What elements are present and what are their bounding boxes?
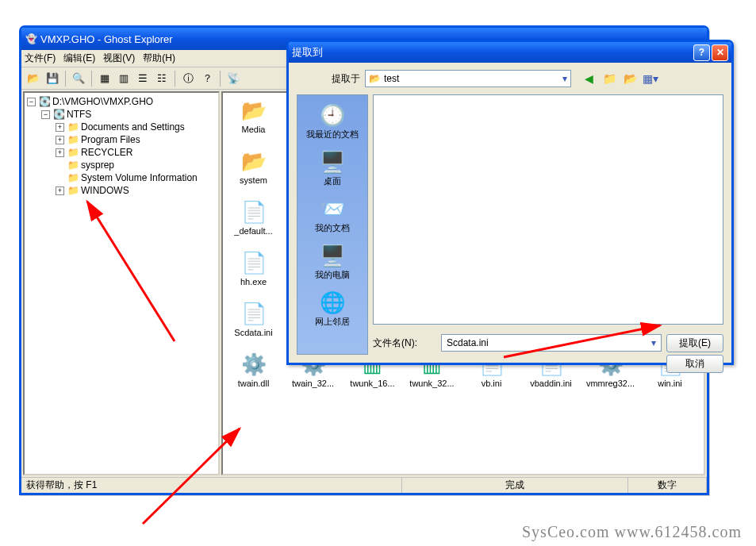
new-folder-icon[interactable]: 📂 [622, 71, 638, 87]
extract-button[interactable]: 提取(E) [666, 334, 723, 352]
lookin-label: 提取于 [297, 72, 360, 86]
toolbar-separator [220, 71, 221, 87]
dialog-title: 提取到 [292, 45, 323, 60]
up-icon[interactable]: 📁 [601, 71, 617, 87]
folder-icon [67, 172, 79, 183]
folder-icon [67, 185, 79, 196]
file-label: vmmreg32... [585, 379, 636, 388]
tree-toggle[interactable]: + [56, 148, 64, 157]
file-list-area[interactable] [373, 94, 723, 325]
gear-page-icon [241, 301, 267, 326]
tree-toggle[interactable]: − [27, 98, 36, 106]
file-item[interactable]: twain.dll [228, 352, 279, 388]
tree-ntfs[interactable]: NTFS [67, 109, 91, 120]
toolbar-separator [175, 71, 175, 87]
status-center: 完成 [402, 478, 628, 493]
folder-icon [369, 73, 381, 84]
file-label: win.ini [644, 379, 696, 388]
file-label: twunk_16... [347, 379, 398, 388]
dialog-help-button[interactable]: ? [693, 44, 710, 61]
page-icon [241, 250, 267, 275]
globe-icon [319, 289, 346, 316]
menu-file[interactable]: 文件(F) [25, 52, 56, 65]
tree-toggle[interactable]: − [41, 110, 50, 119]
tree-root[interactable]: D:\VMGHO\VMXP.GHO [52, 96, 153, 107]
toolbar-separator [65, 71, 66, 87]
tree-item[interactable]: System Volume Information [81, 172, 198, 183]
file-label: vbaddin.ini [525, 379, 577, 388]
tree-item[interactable]: Documents and Settings [81, 121, 185, 133]
folder-icon [67, 160, 79, 171]
file-label: twain.dll [228, 379, 279, 388]
dialog-titlebar[interactable]: 提取到 ? ✕ [289, 42, 731, 63]
disk-icon [38, 96, 51, 107]
places-item[interactable]: 我的电脑 [297, 242, 367, 281]
toolbar-separator [91, 71, 92, 87]
dll-icon [241, 352, 267, 377]
file-item[interactable]: _default... [228, 199, 279, 236]
open-icon[interactable]: 📂 [25, 70, 42, 87]
places-label: 桌面 [324, 175, 341, 187]
menu-help[interactable]: 帮助(H) [143, 52, 175, 65]
search-icon[interactable]: 🔍 [70, 70, 87, 87]
places-item[interactable]: 我的文档 [297, 195, 367, 234]
places-label: 网上邻居 [315, 316, 350, 328]
help-icon[interactable]: ？ [198, 70, 216, 87]
tree-panel[interactable]: − D:\VMGHO\VMXP.GHO − NTFS + Documents a… [23, 91, 220, 475]
statusbar: 获得帮助，按 F1 完成 数字 [21, 477, 707, 493]
file-label: system [228, 175, 279, 185]
antenna-icon[interactable]: 📡 [224, 70, 242, 87]
dialog-close-button[interactable]: ✕ [712, 44, 728, 61]
view-list-icon[interactable]: ☰ [134, 70, 152, 87]
view-details-icon[interactable]: ☷ [153, 70, 171, 87]
info-icon[interactable]: ⓘ [179, 70, 197, 87]
docs-icon [319, 195, 346, 222]
lookin-value: test [384, 73, 399, 84]
status-help: 获得帮助，按 F1 [21, 478, 402, 493]
filename-combo[interactable]: Scdata.ini ▾ [441, 334, 662, 352]
tree-item[interactable]: sysprep [81, 160, 114, 171]
places-label: 我的文档 [315, 222, 350, 234]
page-icon [241, 199, 267, 225]
file-label: Media [228, 125, 279, 134]
places-item[interactable]: 我最近的文档 [297, 102, 367, 140]
lookin-combo[interactable]: test ▾ [365, 70, 571, 87]
tree-item[interactable]: RECYCLER [81, 147, 132, 158]
window-title: VMXP.GHO - Ghost Explorer [40, 33, 173, 45]
volume-icon [52, 109, 65, 120]
folder-icon [67, 134, 79, 145]
status-right: 数字 [628, 478, 707, 493]
desktop-icon [319, 148, 346, 175]
file-label: hh.exe [228, 277, 279, 286]
views-icon[interactable]: ▦▾ [643, 71, 658, 87]
places-item[interactable]: 桌面 [297, 148, 367, 187]
file-label: _default... [228, 226, 279, 236]
app-icon: 👻 [25, 33, 37, 45]
recent-icon [319, 102, 346, 129]
save-icon[interactable]: 💾 [44, 70, 61, 87]
tree-toggle[interactable]: + [56, 136, 64, 144]
places-label: 我的电脑 [315, 269, 350, 281]
file-label: twunk_32... [406, 379, 458, 388]
chevron-down-icon[interactable]: ▾ [562, 73, 567, 84]
view-small-icon[interactable]: ▥ [115, 70, 132, 87]
menu-edit[interactable]: 编辑(E) [63, 52, 95, 65]
places-item[interactable]: 网上邻居 [297, 289, 367, 328]
file-item[interactable]: system [228, 148, 279, 185]
places-bar: 我最近的文档桌面我的文档我的电脑网上邻居 [297, 94, 368, 355]
file-item[interactable]: Scdata.ini [228, 301, 279, 337]
cancel-button[interactable]: 取消 [666, 355, 723, 373]
tree-toggle[interactable]: + [56, 186, 64, 195]
tree-item[interactable]: Program Files [81, 134, 140, 145]
file-label: vb.ini [466, 379, 517, 388]
menu-view[interactable]: 视图(V) [103, 52, 135, 65]
file-label: Scdata.ini [228, 328, 279, 337]
tree-toggle[interactable]: + [56, 123, 64, 132]
file-item[interactable]: hh.exe [228, 250, 279, 286]
file-item[interactable]: Media [228, 98, 279, 134]
chevron-down-icon[interactable]: ▾ [651, 337, 656, 348]
view-large-icon[interactable]: ▦ [96, 70, 113, 87]
back-icon[interactable]: ◀ [581, 71, 597, 87]
tree-item[interactable]: WINDOWS [81, 185, 129, 196]
watermark: SysCeo.com www.612458.com [522, 523, 742, 541]
